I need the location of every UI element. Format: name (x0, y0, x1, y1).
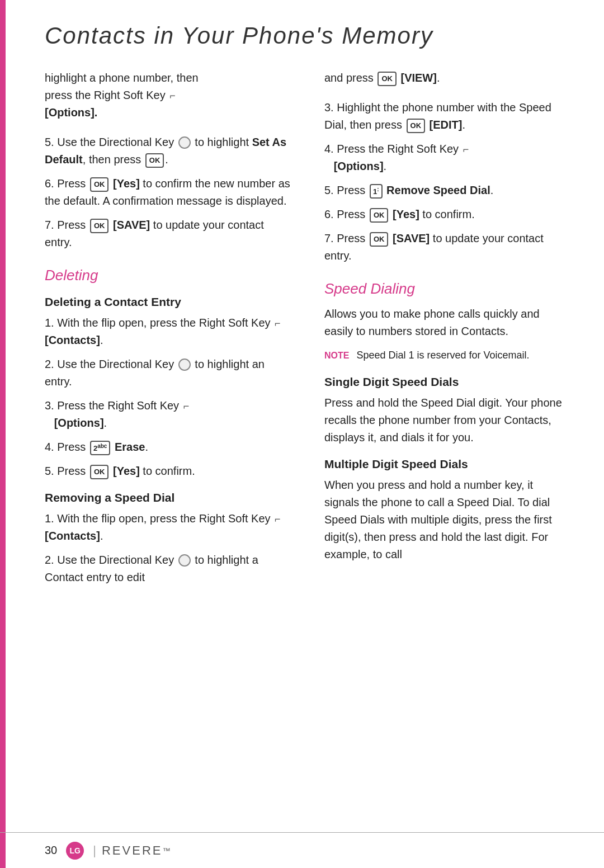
page-title: Contacts in Your Phone's Memory (45, 22, 570, 49)
right-column: and press OK [VIEW]. 3. Highlight the ph… (324, 69, 570, 593)
speed-dialing-heading: Speed Dialing (324, 280, 570, 298)
softkey-icon: ⌐ (169, 88, 176, 104)
right-intro: and press OK [VIEW]. (324, 69, 570, 87)
intro-line1: highlight a phone number, then (45, 72, 199, 84)
ok-icon-view: OK (378, 72, 397, 86)
del-step-4: 4. Press 2abc Erase. (45, 438, 291, 456)
intro-line2: press the Right Soft Key (45, 89, 166, 101)
view-label: [VIEW] (400, 72, 436, 84)
directional-icon-5 (178, 136, 191, 149)
1-special-icon: 1: (370, 184, 383, 199)
intro-text: highlight a phone number, then press the… (45, 69, 291, 121)
lg-text: LG (70, 846, 81, 855)
r-step-3: 3. Highlight the phone number with the S… (324, 99, 570, 134)
step-6: 6. Press OK [Yes] to confirm the new num… (45, 175, 291, 210)
softkey-icon-r1: ⌐ (275, 512, 281, 527)
deleting-heading: Deleting (45, 267, 291, 284)
del-step-1: 1. With the flip open, press the Right S… (45, 314, 291, 349)
ok-icon-d5: OK (90, 465, 109, 479)
removing-speed-dial-subheading: Removing a Speed Dial (45, 491, 291, 504)
multiple-digit-subheading: Multiple Digit Speed Dials (324, 457, 570, 471)
note-text: Speed Dial 1 is reserved for Voicemail. (356, 350, 529, 361)
ok-icon-r7: OK (370, 232, 389, 247)
2abc-icon: 2abc (90, 441, 110, 455)
ok-icon-5: OK (145, 153, 164, 168)
left-accent (0, 0, 6, 868)
rem-step-1: 1. With the flip open, press the Right S… (45, 510, 291, 545)
single-digit-text: Press and hold the Speed Dial digit. You… (324, 394, 570, 446)
softkey-icon-r4: ⌐ (463, 142, 469, 158)
bottom-bar: 30 LG | REVERE ™ (0, 832, 604, 868)
ok-icon-6: OK (90, 177, 109, 192)
r-step-4: 4. Press the Right Soft Key ⌐ [Options]. (324, 140, 570, 175)
left-column: highlight a phone number, then press the… (45, 69, 291, 593)
r-step-6: 6. Press OK [Yes] to confirm. (324, 206, 570, 223)
del-step-5: 5. Press OK [Yes] to confirm. (45, 463, 291, 480)
del-step-3: 3. Press the Right Soft Key ⌐ [Options]. (45, 397, 291, 432)
note-block: NOTE Speed Dial 1 is reserved for Voicem… (324, 348, 570, 363)
lg-logo: LG (66, 842, 84, 860)
directional-icon-r2 (178, 554, 191, 567)
softkey-icon-d3: ⌐ (183, 399, 190, 414)
step-7: 7. Press OK [SAVE] to update your contac… (45, 216, 291, 251)
ok-icon-r3: OK (407, 119, 426, 133)
softkey-icon-d1: ⌐ (275, 316, 281, 332)
del-step-2: 2. Use the Directional Key to highlight … (45, 356, 291, 390)
step-5: 5. Use the Directional Key to highlight … (45, 134, 291, 168)
right-continued-steps: 3. Highlight the phone number with the S… (324, 99, 570, 265)
trademark-symbol: ™ (162, 846, 170, 855)
lg-circle-icon: LG (66, 842, 84, 860)
multiple-digit-text: When you press and hold a number key, it… (324, 477, 570, 563)
deleting-steps: 1. With the flip open, press the Right S… (45, 314, 291, 480)
revere-brand: REVERE (102, 843, 162, 858)
intro-options: [Options]. (45, 106, 97, 119)
removing-steps: 1. With the flip open, press the Right S… (45, 510, 291, 586)
speed-dialing-description: Allows you to make phone calls quickly a… (324, 305, 570, 340)
ok-icon-7: OK (90, 219, 109, 233)
r-step-5: 5. Press 1: Remove Speed Dial. (324, 182, 570, 199)
page: Contacts in Your Phone's Memory highligh… (0, 0, 604, 868)
right-intro-text: and press (324, 72, 374, 84)
continued-steps: 5. Use the Directional Key to highlight … (45, 134, 291, 251)
deleting-contact-subheading: Deleting a Contact Entry (45, 295, 291, 309)
directional-icon-d2 (178, 358, 191, 371)
ok-icon-r6: OK (370, 208, 389, 223)
pipe-separator: | (93, 843, 96, 858)
r-step-7: 7. Press OK [SAVE] to update your contac… (324, 230, 570, 265)
note-label: NOTE (324, 351, 349, 360)
page-number: 30 (45, 844, 57, 857)
single-digit-subheading: Single Digit Speed Dials (324, 375, 570, 389)
rem-step-2: 2. Use the Directional Key to highlight … (45, 551, 291, 586)
